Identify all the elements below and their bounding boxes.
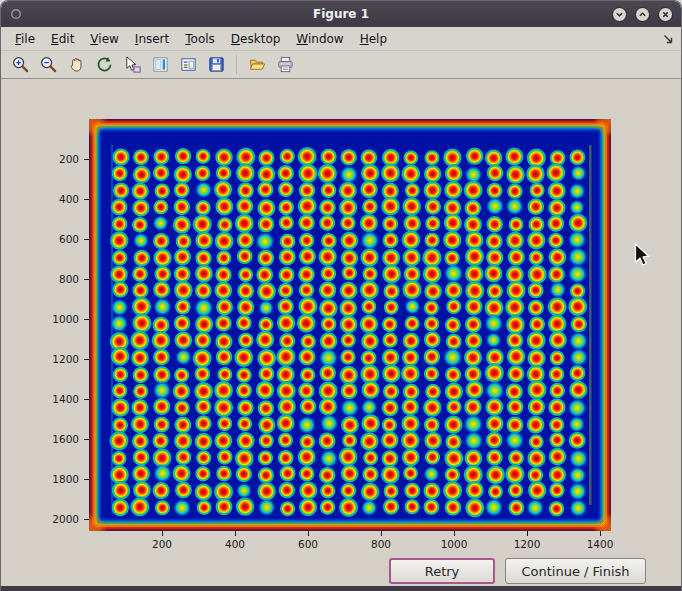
x-tick-label: 400 [215, 538, 255, 551]
y-tick-mark [84, 519, 89, 520]
y-tick-label: 800 [1, 273, 79, 286]
x-tick-label: 1000 [434, 538, 474, 551]
menu-item-desktop[interactable]: Desktop [223, 29, 289, 49]
x-tick-label: 1200 [507, 538, 547, 551]
x-tick-mark [454, 531, 455, 536]
open-folder-icon[interactable] [244, 52, 270, 78]
minimize-button[interactable] [612, 7, 627, 22]
window-title: Figure 1 [1, 7, 681, 21]
figure-canvas: Retry Continue / Finish 2004006008001000… [1, 79, 681, 586]
title-bar[interactable]: Figure 1 [1, 1, 681, 27]
maximize-button[interactable] [635, 7, 650, 22]
menu-item-window[interactable]: Window [288, 29, 351, 49]
y-tick-mark [84, 239, 89, 240]
continue-finish-button[interactable]: Continue / Finish [505, 558, 646, 584]
zoom-in-icon[interactable] [7, 52, 33, 78]
heatmap-image[interactable] [89, 119, 611, 531]
y-tick-mark [84, 279, 89, 280]
menu-item-tools[interactable]: Tools [177, 29, 223, 49]
zoom-out-icon[interactable] [35, 52, 61, 78]
insert-legend-icon[interactable] [175, 52, 201, 78]
y-tick-mark [84, 479, 89, 480]
x-tick-mark [527, 531, 528, 536]
menu-item-help[interactable]: Help [352, 29, 395, 49]
x-tick-label: 600 [288, 538, 328, 551]
y-tick-label: 600 [1, 233, 79, 246]
pan-hand-icon[interactable] [63, 52, 89, 78]
y-tick-mark [84, 199, 89, 200]
mouse-cursor [634, 243, 650, 267]
y-tick-label: 1000 [1, 313, 79, 326]
x-tick-mark [381, 531, 382, 536]
print-icon[interactable] [272, 52, 298, 78]
y-tick-label: 2000 [1, 513, 79, 526]
y-tick-label: 1400 [1, 393, 79, 406]
x-tick-label: 800 [361, 538, 401, 551]
y-tick-mark [84, 319, 89, 320]
toolbar-separator [236, 55, 237, 74]
y-tick-label: 1200 [1, 353, 79, 366]
y-tick-label: 400 [1, 193, 79, 206]
close-button[interactable] [658, 7, 673, 22]
figure-window: Figure 1 FileEditViewInsertToolsDesktopW… [0, 0, 682, 591]
menu-item-file[interactable]: File [7, 29, 43, 49]
y-tick-label: 200 [1, 153, 79, 166]
y-tick-mark [84, 439, 89, 440]
insert-colorbar-icon[interactable] [147, 52, 173, 78]
data-cursor-icon[interactable] [119, 52, 145, 78]
x-tick-label: 1400 [580, 538, 620, 551]
x-tick-mark [235, 531, 236, 536]
toolbar [1, 51, 681, 79]
menu-item-view[interactable]: View [82, 29, 126, 49]
menu-item-insert[interactable]: Insert [127, 29, 177, 49]
window-menu-icon[interactable] [9, 7, 23, 21]
menu-overflow-icon[interactable] [661, 32, 675, 46]
rotate-3d-icon[interactable] [91, 52, 117, 78]
y-tick-label: 1800 [1, 473, 79, 486]
x-tick-mark [308, 531, 309, 536]
y-tick-mark [84, 399, 89, 400]
retry-button[interactable]: Retry [389, 558, 495, 584]
x-tick-mark [600, 531, 601, 536]
menu-bar: FileEditViewInsertToolsDesktopWindowHelp [1, 27, 681, 51]
y-tick-label: 1600 [1, 433, 79, 446]
window-bottom-edge [1, 586, 681, 591]
menu-item-edit[interactable]: Edit [43, 29, 82, 49]
x-tick-label: 200 [142, 538, 182, 551]
y-tick-mark [84, 159, 89, 160]
save-icon[interactable] [203, 52, 229, 78]
y-tick-mark [84, 359, 89, 360]
x-tick-mark [162, 531, 163, 536]
